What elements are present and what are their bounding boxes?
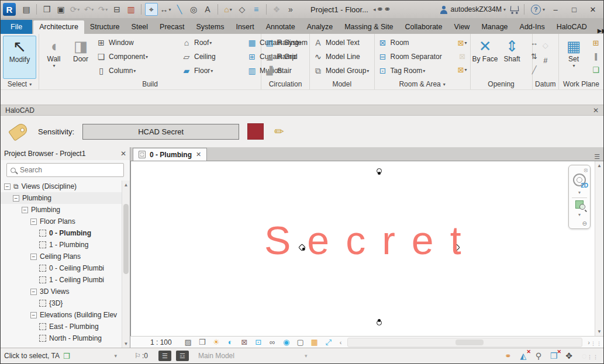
ribbon-icon-button[interactable]: ⊠▾ bbox=[456, 64, 469, 75]
steering-wheel-icon[interactable]: 2D bbox=[573, 174, 586, 186]
panel-label-select[interactable]: Select▾ bbox=[1, 79, 39, 89]
panel-label-room-area[interactable]: Room & Area▾ bbox=[375, 79, 470, 89]
tab-expand-icon[interactable]: ▶▶ bbox=[598, 27, 604, 34]
ribbon-tab[interactable]: Collaborate bbox=[399, 20, 448, 34]
edit-pencil-icon[interactable]: ✏ bbox=[274, 124, 284, 138]
help-icon[interactable]: ? bbox=[531, 5, 541, 15]
zoom-region-icon[interactable] bbox=[575, 200, 584, 209]
ribbon-tab[interactable]: Precast bbox=[154, 20, 190, 34]
panel-label-build[interactable]: Build bbox=[39, 79, 261, 89]
ribbon-big-button[interactable]: ▦ Set ▾ bbox=[560, 36, 587, 79]
qat-button[interactable]: ❒▾ bbox=[40, 3, 53, 16]
qat-button[interactable]: ◇▾ bbox=[236, 3, 248, 16]
project-browser-search[interactable] bbox=[6, 163, 124, 177]
ribbon-icon-button[interactable]: ◇ bbox=[539, 39, 552, 51]
view-control-button[interactable]: ∞ bbox=[265, 337, 279, 348]
view-control-button[interactable]: ◉ bbox=[279, 337, 294, 348]
collapse-icon[interactable]: − bbox=[13, 195, 19, 202]
ribbon-tab[interactable]: File bbox=[1, 20, 32, 34]
panel-label-circulation[interactable]: Circulation bbox=[261, 79, 309, 89]
dropdown-arrow[interactable]: ▾ bbox=[464, 67, 467, 72]
selection-toggle-button[interactable]: ⚲ bbox=[532, 350, 545, 362]
selection-toggle-button[interactable]: ✥ bbox=[562, 350, 575, 362]
resize-grip[interactable]: ⋮⋮ bbox=[594, 338, 602, 346]
active-design-option[interactable]: Main Model bbox=[198, 352, 234, 360]
dropdown-arrow[interactable]: ▾ bbox=[210, 68, 213, 74]
window-resize-grip[interactable]: ⋮⋮ bbox=[591, 352, 599, 360]
tree-item[interactable]: − ⧉ 1 - Plumbing bbox=[1, 239, 122, 251]
elevation-marker[interactable] bbox=[377, 168, 382, 174]
search-input[interactable] bbox=[20, 166, 120, 174]
view-control-button[interactable]: ⊡ bbox=[251, 337, 265, 348]
tree-item[interactable]: − ⧉ {3D} bbox=[1, 297, 122, 309]
tree-item[interactable]: − ⧉ North - Plumbing bbox=[1, 332, 122, 344]
modify-button[interactable]: ↖ Modify bbox=[3, 36, 36, 79]
dropdown-arrow[interactable]: ▾ bbox=[146, 54, 148, 60]
tree-item[interactable]: − ⧉ Ceiling Plans bbox=[1, 251, 122, 262]
scrollbar-thumb[interactable] bbox=[123, 204, 129, 274]
ribbon-button[interactable]: ∿ Model Line ▾ bbox=[311, 50, 371, 64]
ribbon-big-button[interactable]: ✕ By Face bbox=[472, 36, 499, 79]
view-control-button[interactable]: ☀ bbox=[209, 337, 223, 348]
ribbon-icon-button[interactable]: ❑ bbox=[589, 64, 602, 75]
close-button[interactable]: ✕ bbox=[585, 3, 601, 16]
ribbon-button[interactable]: ⊞ Window ▾ bbox=[94, 36, 180, 50]
qat-button[interactable]: ▣▾ bbox=[54, 3, 67, 16]
ribbon-button[interactable]: ▱ Ceiling ▾ bbox=[180, 50, 245, 64]
qat-button[interactable]: A▾ bbox=[201, 3, 214, 16]
view-control-button[interactable]: ⊠ bbox=[237, 337, 251, 348]
view-scale[interactable]: 1 : 100 bbox=[130, 338, 181, 346]
ribbon-button[interactable]: ❏ Component ▾ bbox=[94, 50, 180, 64]
help-dropdown-arrow[interactable]: ▾ bbox=[543, 7, 545, 12]
view-control-button[interactable]: ◐ bbox=[223, 337, 237, 348]
ribbon-button[interactable]: ◢ Ramp ▾ bbox=[263, 50, 303, 64]
collapse-icon[interactable]: − bbox=[30, 219, 37, 225]
dropdown-arrow[interactable]: ▾ bbox=[105, 7, 108, 12]
ribbon-big-button[interactable]: ◨ Door ▾ bbox=[67, 36, 94, 79]
canvas-vertical-scrollbar[interactable]: ▲ ▼ bbox=[595, 161, 603, 336]
model-canvas[interactable]: Secret ⦻ 2D ▾ ▾ ⊖ ▲ ▼ bbox=[130, 161, 603, 336]
qat-button[interactable]: ⊟▾ bbox=[111, 3, 123, 16]
collapse-icon[interactable]: − bbox=[30, 254, 37, 260]
ribbon-button[interactable]: ▟ Stair ▾ bbox=[263, 64, 303, 78]
scroll-up-icon[interactable]: ▲ bbox=[595, 161, 603, 170]
user-dropdown-arrow[interactable]: ▾ bbox=[503, 7, 506, 12]
halocad-close-icon[interactable]: ✕ bbox=[593, 106, 599, 115]
qat-button[interactable]: ╲▾ bbox=[173, 3, 186, 16]
tree-item[interactable]: − ⧉ Elevations (Building Elev bbox=[1, 309, 122, 321]
view-tab[interactable]: 0 - Plumbing ✕ bbox=[133, 148, 207, 161]
view-control-button[interactable]: ▨ bbox=[181, 337, 195, 348]
ribbon-tab[interactable]: Architecture bbox=[33, 20, 84, 34]
tree-item[interactable]: − ⧉ East - Plumbing bbox=[1, 321, 122, 332]
tree-item[interactable]: − ⧉ 1 - Ceiling Plumbi bbox=[1, 274, 122, 286]
scroll-up-icon[interactable]: ▲ bbox=[122, 181, 130, 189]
selection-toggle-button[interactable]: ◌ bbox=[578, 350, 591, 362]
ribbon-icon-button[interactable]: # bbox=[539, 54, 552, 66]
ribbon-big-button[interactable]: ⇕ Shaft bbox=[499, 36, 526, 79]
dropdown-arrow[interactable]: ▾ bbox=[91, 7, 94, 12]
ribbon-button[interactable]: A Model Text ▾ bbox=[311, 36, 371, 50]
revit-logo[interactable]: R bbox=[3, 3, 16, 16]
ribbon-tab[interactable]: HaloCAD bbox=[551, 20, 593, 34]
editable-only-icon[interactable]: ☰ bbox=[158, 351, 171, 361]
user-name[interactable]: autodeskZX34M bbox=[451, 5, 502, 13]
dropdown-arrow[interactable]: ▾ bbox=[168, 7, 171, 12]
ribbon-tab[interactable]: Steel bbox=[126, 20, 154, 34]
ribbon-icon-button[interactable]: ⊠▾ bbox=[456, 37, 469, 48]
navbar-close-icon[interactable]: ⦻ bbox=[584, 167, 588, 174]
status-chevron-icon[interactable]: ▾ bbox=[115, 353, 118, 359]
scroll-down-icon[interactable]: ▼ bbox=[595, 327, 603, 336]
selection-toggle-button[interactable]: ◭ bbox=[517, 350, 530, 362]
scroll-left-icon[interactable]: ‹ bbox=[336, 337, 346, 348]
qat-button[interactable]: ↶▾ bbox=[82, 3, 95, 16]
collapse-icon[interactable]: − bbox=[22, 207, 28, 213]
ribbon-icon-button[interactable]: ⊠▾ bbox=[456, 50, 469, 62]
collapse-icon[interactable]: − bbox=[30, 289, 37, 295]
ribbon-button[interactable]: ⧉ Model Group ▾ bbox=[311, 64, 371, 78]
status-chevron-icon[interactable]: ▾ bbox=[305, 353, 308, 359]
dropdown-arrow[interactable]: ▾ bbox=[209, 40, 212, 46]
selection-toggle-button[interactable]: ❒ bbox=[547, 350, 560, 362]
dropdown-arrow[interactable]: ▾ bbox=[299, 40, 302, 46]
minimize-button[interactable]: – bbox=[547, 3, 564, 16]
panel-label-opening[interactable]: Opening bbox=[471, 79, 532, 89]
